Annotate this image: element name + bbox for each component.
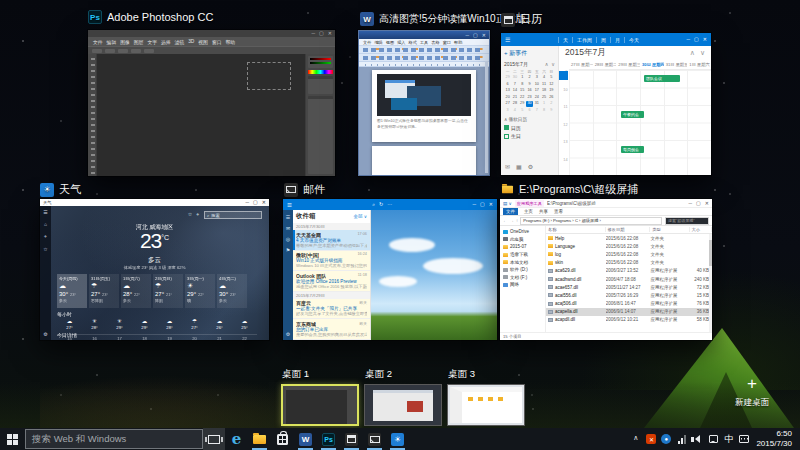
address-breadcrumb[interactable]: Programs (E:) › Programs › C › 超级屏捕 ›	[520, 217, 662, 225]
hamburger-icon[interactable]: ☰	[43, 209, 47, 215]
weather-day-tile[interactable]: 2日(周日) ☂ 27°21° 阵雨	[153, 274, 183, 308]
explorer-scrollbar[interactable]	[709, 234, 713, 332]
calendar-window-label[interactable]: 日历	[501, 12, 542, 27]
calendar-view-button[interactable]: 天	[558, 37, 568, 43]
weather-day-tile[interactable]: 3日(周一) ☀ 29°22° 晴	[185, 274, 215, 308]
back-icon[interactable]: ←	[503, 218, 508, 223]
desktop-thumbnail[interactable]	[364, 384, 442, 426]
tray-blue-app-icon[interactable]: ●	[661, 434, 671, 444]
word-menu-item[interactable]: 编辑	[374, 40, 382, 45]
mini-calendar-day[interactable]: 6	[504, 82, 511, 88]
column-date[interactable]: 修改日期	[606, 227, 651, 232]
taskbar-photoshop-button[interactable]: Ps	[317, 428, 340, 450]
weather-hour-cell[interactable]: ☀ 28° 16	[82, 318, 107, 340]
file-row[interactable]: Help 2015/6/16 22:08 文件夹	[546, 234, 712, 242]
close-icon[interactable]: ✕	[328, 31, 332, 36]
weather-window-controls[interactable]: ─ ▢ ✕	[246, 200, 266, 205]
weather-window-thumbnail[interactable]: 天气 ─ ▢ ✕ ☰ ⌂ ⌖ ☆ ⚙ ☆ ⌖ ⌕ 搜索 河北 威	[40, 199, 269, 340]
taskbar-edge-button[interactable]: e	[225, 428, 248, 450]
calendar-event[interactable]: 每周例会	[621, 146, 644, 153]
calendar-window-thumbnail[interactable]: ☰ 天工作周周月今天 ─ ▢ ✕ + 新事件 2015年7月 ∧ ∨	[501, 33, 711, 175]
calendar-day-header[interactable]: 27日 星期一	[569, 60, 593, 69]
new-event-button[interactable]: + 新事件	[504, 49, 555, 58]
prev-month-icon[interactable]: ∧	[690, 49, 695, 57]
mini-calendar-day[interactable]: 6	[526, 108, 533, 114]
mini-calendar-day[interactable]: 12	[548, 82, 555, 88]
mini-calendar-day[interactable]: 20	[504, 95, 511, 101]
mini-calendar-day[interactable]: 1	[540, 101, 547, 107]
tab-home[interactable]: 主页	[524, 209, 533, 214]
mail-window-label[interactable]: 邮件	[284, 182, 325, 197]
photoshop-window-thumbnail[interactable]: ─ ▢ ✕ 文件编辑图像图层文字选择滤镜3D视图窗口帮助	[88, 30, 335, 176]
pin-icon[interactable]: ⌖	[196, 211, 199, 218]
minimize-icon[interactable]: ─	[689, 201, 693, 206]
weather-day-tile[interactable]: 31日(周五) ☂ 27°23° 雷阵雨	[89, 274, 119, 308]
calendar-event[interactable]: 团队会议	[644, 75, 680, 82]
close-icon[interactable]: ✕	[705, 201, 709, 206]
mini-calendar-day[interactable]: 7	[533, 108, 540, 114]
tray-chevron-icon[interactable]: ∧	[630, 431, 641, 445]
minimize-icon[interactable]: ─	[473, 202, 477, 207]
mini-calendar-day[interactable]: 14	[511, 88, 518, 94]
calendar-view-button[interactable]: 工作周	[572, 37, 592, 43]
explorer-window-controls[interactable]: ─ ▢ ✕	[689, 201, 709, 206]
close-icon[interactable]: ✕	[703, 37, 707, 42]
hamburger-icon[interactable]: ☰	[505, 36, 510, 43]
touch-keyboard-icon[interactable]	[738, 432, 749, 446]
mail-list-item[interactable]: 百度云昨天 一起看:文件夹「照片」已共享 好友与您共享了文件夹,点击链接立即查看…	[293, 299, 370, 320]
calendar-list-item[interactable]: 生日	[504, 133, 555, 139]
minimize-icon[interactable]: ─	[246, 200, 250, 205]
photoshop-window-controls[interactable]: ─ ▢ ✕	[312, 31, 332, 36]
more-icon[interactable]: ⋯	[387, 201, 392, 208]
mini-calendar-day[interactable]: 16	[526, 88, 533, 94]
file-row[interactable]: acadhwnd.dll 2006/4/7 18:08 应用程序扩展 240 K…	[546, 275, 712, 283]
volume-icon[interactable]	[692, 432, 703, 446]
photoshop-color-ramp[interactable]	[308, 70, 333, 74]
maximize-icon[interactable]: ▢	[319, 31, 324, 36]
calendar-view-button[interactable]: 月	[610, 37, 620, 43]
weather-day-tile[interactable]: 1日(周六) ☁ 28°22° 多云	[121, 274, 151, 308]
photoshop-menu-item[interactable]: 帮助	[225, 39, 235, 45]
minimize-icon[interactable]: ─	[312, 31, 316, 36]
tab-view[interactable]: 查看	[554, 209, 563, 214]
close-icon[interactable]: ✕	[262, 200, 266, 205]
mini-calendar-day[interactable]: 22	[519, 95, 526, 101]
mini-calendar-day[interactable]: 3	[504, 108, 511, 114]
taskbar-clock[interactable]: 6:50 2015/7/30	[754, 429, 796, 449]
calendar-window-controls[interactable]: ─ ▢ ✕	[687, 37, 707, 42]
search-icon[interactable]: ⌕	[372, 201, 375, 208]
mail-list-item[interactable]: 微软(中国)16:24 Win10 正式版升级指南 Windows 10 已正式…	[293, 251, 370, 272]
mini-calendar-day[interactable]: 8	[540, 108, 547, 114]
photoshop-menu-item[interactable]: 文件	[93, 39, 103, 45]
photoshop-menu-item[interactable]: 文字	[147, 39, 157, 45]
mail-list-item[interactable]: 天天基金网17:06 4 天市值总资产对账单 尊敬的用户:您本期资产变动明细如下…	[293, 230, 370, 251]
mini-calendar-day[interactable]: 15	[519, 88, 526, 94]
virtual-desktop[interactable]: 桌面 1	[281, 368, 359, 426]
minimize-icon[interactable]: ─	[687, 37, 691, 42]
explorer-nav-item[interactable]: 2015-07	[503, 243, 545, 251]
calendar-event[interactable]: 午餐约会	[621, 111, 644, 118]
favorite-icon[interactable]: ☆	[188, 211, 192, 218]
file-row[interactable]: acai556.dll 2005/7/26 16:29 应用程序扩展 15 KB	[546, 291, 712, 299]
weather-hour-cell[interactable]: ☀ 29° 17	[107, 318, 132, 340]
up-icon[interactable]: ↑	[516, 218, 518, 223]
calendar-switch-icon[interactable]: ▦	[516, 163, 522, 170]
weather-search-box[interactable]: ⌕ 搜索	[204, 211, 262, 219]
photoshop-toolbox[interactable]	[88, 54, 97, 176]
weather-window-label[interactable]: ☀ 天气	[40, 182, 81, 197]
taskbar-explorer-button[interactable]	[248, 428, 271, 450]
photoshop-layers-panel[interactable]	[308, 96, 333, 174]
taskbar-search-input[interactable]: 搜索 Web 和 Windows	[25, 429, 203, 449]
explorer-nav-item[interactable]: OneDrive	[503, 228, 545, 236]
mini-calendar-day[interactable]: 5	[548, 75, 555, 81]
file-row[interactable]: acapella.dll 2006/9/1 14:07 应用程序扩展 36 KB	[546, 308, 712, 316]
photoshop-menu-item[interactable]: 编辑	[107, 39, 117, 45]
calendar-day-header[interactable]: 31日 星期五	[664, 60, 688, 69]
mini-calendar-day[interactable]: 29	[504, 75, 511, 81]
column-size[interactable]: 大小	[690, 227, 712, 232]
word-window-controls[interactable]: ─ ▢ ✕	[466, 33, 486, 38]
mini-calendar-day[interactable]: 29	[519, 101, 526, 107]
mail-list-item[interactable]: Outlook 团队11:18 欢迎使用 Office 2016 Preview…	[293, 271, 370, 292]
mail-reading-pane[interactable]	[371, 210, 497, 340]
ime-indicator[interactable]: 中	[724, 433, 733, 446]
